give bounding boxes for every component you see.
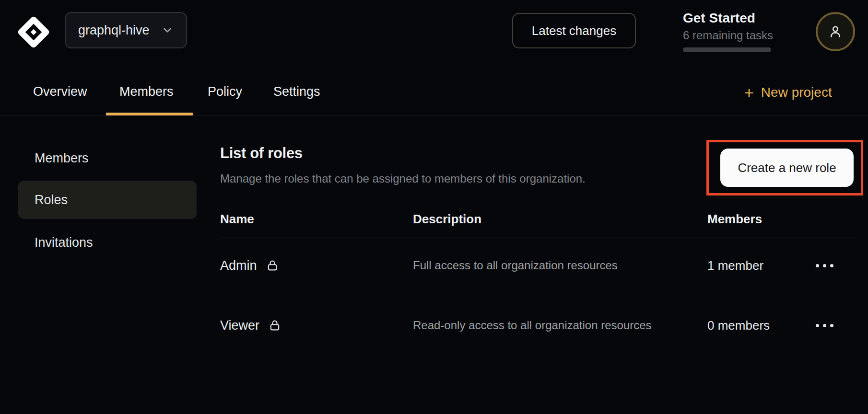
role-name: Viewer <box>220 318 259 333</box>
table-row-admin: Admin Full access to all organization re… <box>220 238 855 293</box>
hive-logo-icon <box>17 14 50 50</box>
table-row-viewer: Viewer Read-only access to all organizat… <box>220 293 855 357</box>
organization-name: graphql-hive <box>78 23 150 38</box>
plus-icon: + <box>744 86 754 99</box>
role-member-count: 1 member <box>707 258 763 273</box>
sidebar-item-label: Invitations <box>35 235 93 250</box>
organization-selector[interactable]: graphql-hive <box>65 12 187 48</box>
table-header-row: Name Description Members <box>220 206 855 238</box>
lock-icon <box>268 319 282 332</box>
role-name: Admin <box>220 258 257 273</box>
lock-icon <box>266 259 279 272</box>
active-tab-indicator <box>106 113 193 115</box>
page-subtitle: Manage the roles that can be assigned to… <box>220 172 586 185</box>
column-header-description: Description <box>413 212 481 227</box>
tab-members[interactable]: Members <box>119 84 174 99</box>
role-name-cell: Viewer <box>220 293 282 357</box>
latest-changes-button[interactable]: Latest changes <box>512 13 636 48</box>
get-started-title[interactable]: Get Started <box>683 11 755 26</box>
ellipsis-icon <box>816 324 819 327</box>
tab-policy[interactable]: Policy <box>208 84 242 99</box>
sidebar-item-label: Roles <box>35 193 68 207</box>
role-description: Full access to all organization resource… <box>413 255 653 276</box>
chevron-down-icon <box>161 24 174 36</box>
tab-overview[interactable]: Overview <box>33 84 87 99</box>
role-member-count: 0 members <box>707 318 770 333</box>
row-actions-menu-button[interactable] <box>811 255 838 276</box>
column-header-members: Members <box>707 212 762 227</box>
sidebar-item-label: Members <box>35 151 89 166</box>
role-name-cell: Admin <box>220 238 279 293</box>
top-bar: graphql-hive Latest changes Get Started … <box>0 0 868 67</box>
row-actions-menu-button[interactable] <box>811 315 838 336</box>
sidebar-item-members[interactable]: Members <box>18 139 197 177</box>
ellipsis-icon <box>816 264 819 267</box>
roles-table: Name Description Members Admin Full acce… <box>220 206 855 357</box>
new-project-button[interactable]: + New project <box>744 85 832 100</box>
role-description: Read-only access to all organization res… <box>413 315 653 335</box>
page-title: List of roles <box>220 145 303 162</box>
new-project-label: New project <box>761 85 832 100</box>
sidebar-item-roles[interactable]: Roles <box>18 181 197 219</box>
app-window: graphql-hive Latest changes Get Started … <box>0 0 868 414</box>
latest-changes-label: Latest changes <box>532 23 616 38</box>
column-header-name: Name <box>220 212 254 227</box>
user-menu-button[interactable] <box>816 12 855 51</box>
tab-settings[interactable]: Settings <box>273 84 320 99</box>
user-icon <box>827 23 844 40</box>
get-started-progress-bar <box>683 47 771 52</box>
get-started-remaining-tasks: 6 remaining tasks <box>683 29 773 42</box>
create-new-role-button[interactable]: Create a new role <box>720 149 854 187</box>
sidebar-item-invitations[interactable]: Invitations <box>18 223 197 262</box>
org-tab-bar: Overview Members Policy Settings + New p… <box>0 67 868 115</box>
